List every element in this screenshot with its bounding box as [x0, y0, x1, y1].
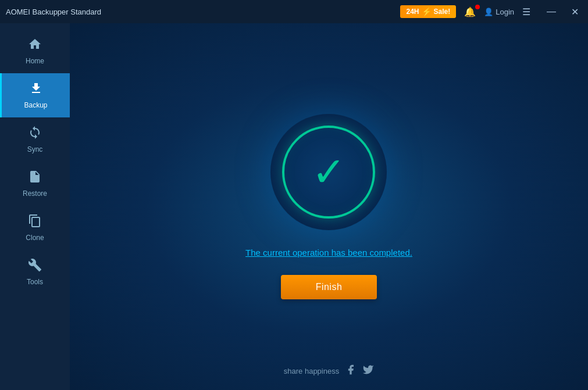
close-button[interactable]: ✕	[568, 5, 582, 19]
facebook-icon[interactable]	[345, 364, 357, 378]
app-body: Home Backup Sync Res	[0, 23, 588, 390]
sidebar-backup-label: Backup	[24, 101, 47, 109]
completion-message[interactable]: The current operation has been completed…	[245, 248, 412, 257]
home-icon	[28, 37, 42, 53]
notification-dot	[475, 5, 480, 9]
backup-icon	[29, 81, 43, 98]
sidebar-item-restore[interactable]: Restore	[0, 162, 70, 206]
main-content: ✓ The current operation has been complet…	[70, 23, 588, 390]
titlebar-left: AOMEI Backupper Standard	[6, 8, 101, 16]
menu-icon[interactable]: ☰	[520, 4, 533, 20]
finish-button[interactable]: Finish	[281, 275, 377, 299]
sale-label: Sale!	[434, 8, 451, 16]
footer: share happiness	[70, 364, 588, 378]
success-circle-outer: ✓	[270, 114, 387, 230]
sidebar-clone-label: Clone	[26, 234, 44, 242]
tools-icon	[28, 258, 42, 274]
sidebar-item-backup[interactable]: Backup	[0, 73, 70, 117]
notification-button[interactable]: 🔔	[462, 6, 478, 17]
sync-icon	[28, 126, 42, 142]
titlebar: AOMEI Backupper Standard 24H ⚡ Sale! 🔔 👤…	[0, 0, 588, 23]
user-icon: 👤	[484, 8, 493, 16]
share-text: share happiness	[284, 367, 339, 375]
success-circle-ring: ✓	[282, 126, 375, 219]
sidebar-sync-label: Sync	[27, 145, 43, 153]
sale-hours-label: 24H	[406, 8, 419, 16]
minimize-button[interactable]: —	[543, 5, 560, 18]
sidebar-tools-label: Tools	[27, 278, 43, 286]
sidebar-item-home[interactable]: Home	[0, 29, 70, 73]
sidebar-home-label: Home	[26, 57, 44, 65]
login-label: Login	[496, 8, 514, 16]
window-controls: — ✕	[543, 5, 582, 19]
sidebar-item-clone[interactable]: Clone	[0, 206, 70, 250]
sale-badge-button[interactable]: 24H ⚡ Sale!	[400, 5, 456, 18]
twitter-icon[interactable]	[362, 364, 374, 378]
app-title: AOMEI Backupper Standard	[6, 8, 101, 16]
restore-icon	[28, 170, 42, 186]
sidebar-restore-label: Restore	[23, 189, 47, 198]
login-button[interactable]: 👤 Login	[484, 8, 514, 16]
clone-icon	[28, 214, 42, 230]
sidebar-item-sync[interactable]: Sync	[0, 117, 70, 162]
lightning-icon: ⚡	[422, 7, 432, 16]
sidebar: Home Backup Sync Res	[0, 23, 70, 390]
checkmark-icon: ✓	[312, 152, 346, 192]
titlebar-right: 24H ⚡ Sale! 🔔 👤 Login ☰ — ✕	[400, 4, 582, 20]
sidebar-item-tools[interactable]: Tools	[0, 250, 70, 294]
success-container: ✓ The current operation has been complet…	[245, 114, 412, 299]
